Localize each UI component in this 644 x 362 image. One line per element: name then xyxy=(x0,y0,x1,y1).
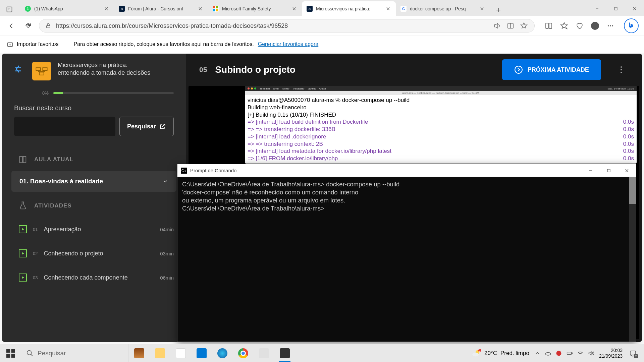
svg-point-21 xyxy=(621,69,622,70)
cmd-title-text: Prompt de Comando xyxy=(190,168,578,173)
minimize-button[interactable] xyxy=(588,1,606,16)
close-icon[interactable] xyxy=(479,6,485,12)
taskbar-app-mail[interactable] xyxy=(191,344,212,362)
menubar-clock: Sáb. 14 de ago. 16:16 xyxy=(607,87,634,90)
svg-point-20 xyxy=(621,66,622,68)
svg-rect-2 xyxy=(213,6,215,8)
taskbar-app-calculator[interactable] xyxy=(254,344,274,362)
cmd-icon xyxy=(280,348,290,358)
tab-google-search[interactable]: G docker compose up - Pesq xyxy=(396,1,490,16)
close-icon[interactable] xyxy=(385,6,391,12)
tab-title: (1) WhatsApp xyxy=(34,6,100,11)
activity-item[interactable]: 01 Apresentação 04min xyxy=(2,217,186,241)
bing-chat-icon[interactable] xyxy=(624,18,639,33)
course-progress: 8% xyxy=(2,86,186,104)
tab-title: Microsoft Family Safety xyxy=(222,6,288,11)
cmd-maximize-button[interactable] xyxy=(600,164,618,177)
more-menu-icon[interactable] xyxy=(614,62,629,77)
svg-rect-27 xyxy=(11,349,15,353)
chevron-up-icon[interactable] xyxy=(534,350,541,357)
app-icon xyxy=(134,348,144,358)
system-tray: 1 20°C Pred. limpo 20:03 21/09/2023 2 xyxy=(466,344,644,362)
tab-actions-icon[interactable] xyxy=(3,3,16,16)
security-icon[interactable] xyxy=(555,350,562,357)
collapse-sidebar-icon[interactable] xyxy=(11,62,25,76)
close-icon[interactable] xyxy=(103,6,109,12)
cmd-icon: C:\ xyxy=(181,168,187,174)
cmd-output[interactable]: C:\Users\dell\OneDrive\Área de Trabalho\… xyxy=(177,177,636,342)
course-sidebar: Microsserviços na prática: entendendo a … xyxy=(2,54,186,342)
search-button[interactable]: Pesquisar xyxy=(119,117,174,136)
import-favorites-label: Importar favoritos xyxy=(17,41,58,47)
activity-duration: 06min xyxy=(160,275,174,281)
activity-duration: 03min xyxy=(160,251,174,256)
cmd-close-button[interactable] xyxy=(618,164,636,177)
favorites-icon[interactable] xyxy=(559,21,569,31)
calculator-icon xyxy=(259,348,269,358)
terminal-timing: 0.0s xyxy=(623,118,634,126)
back-button[interactable] xyxy=(5,20,17,32)
close-button[interactable] xyxy=(625,1,644,16)
cmd-titlebar[interactable]: C:\ Prompt de Comando xyxy=(177,164,636,177)
wifi-icon[interactable] xyxy=(577,350,584,357)
collections-icon[interactable] xyxy=(575,21,584,31)
taskbar-search[interactable]: Pesquisar xyxy=(21,344,129,362)
profile-icon[interactable] xyxy=(590,21,600,31)
activity-item[interactable]: 03 Conhecendo cada componente 06min xyxy=(2,265,186,290)
course-thumbnail-icon xyxy=(32,62,51,80)
close-icon[interactable] xyxy=(291,6,297,12)
activity-item[interactable]: 02 Conhecendo o projeto 03min xyxy=(2,241,186,265)
tray-clock[interactable]: 20:03 21/09/2023 xyxy=(599,348,623,359)
svg-rect-4 xyxy=(213,9,215,11)
terminal-timing: 0.0s xyxy=(623,133,634,140)
flask-icon xyxy=(18,201,28,210)
tab-forum-alura[interactable]: a Fórum | Alura - Cursos onl xyxy=(114,1,208,16)
weather-widget[interactable]: 1 20°C Pred. limpo xyxy=(472,349,529,358)
next-activity-button[interactable]: PRÓXIMA ATIVIDADE xyxy=(502,59,601,80)
new-tab-button[interactable] xyxy=(492,4,504,16)
taskbar-app-chrome[interactable] xyxy=(233,344,254,362)
taskbar-app-reading[interactable] xyxy=(129,344,150,362)
taskbar-app-cmd[interactable] xyxy=(274,344,295,362)
import-favorites-button[interactable]: Importar favoritos xyxy=(7,41,66,48)
menubar-item: Janela xyxy=(308,87,316,90)
cmd-scroll-thumb[interactable] xyxy=(629,177,636,204)
battery-icon[interactable] xyxy=(566,350,573,357)
search-icon xyxy=(26,350,34,357)
search-button-label: Pesquisar xyxy=(127,123,156,130)
chevron-down-icon xyxy=(162,178,168,184)
more-icon[interactable] xyxy=(606,21,615,31)
svg-rect-5 xyxy=(216,9,218,11)
read-aloud-icon[interactable] xyxy=(493,21,501,30)
taskbar-app-explorer[interactable] xyxy=(150,344,170,362)
refresh-button[interactable] xyxy=(22,20,34,32)
manage-favorites-link[interactable]: Gerenciar favoritos agora xyxy=(258,41,319,47)
activity-title: Conhecendo o projeto xyxy=(44,250,154,257)
tab-strip: 1 (1) WhatsApp a Fórum | Alura - Cursos … xyxy=(0,0,644,16)
tab-ms-family[interactable]: Microsoft Family Safety xyxy=(208,1,302,16)
split-screen-icon[interactable] xyxy=(544,21,553,31)
close-icon[interactable] xyxy=(197,6,203,12)
onedrive-icon[interactable] xyxy=(545,350,551,357)
section-activities: ATIVIDADES xyxy=(2,192,186,217)
cmd-window: C:\ Prompt de Comando C:\Users\dell\OneD… xyxy=(177,164,636,342)
start-button[interactable] xyxy=(0,344,21,362)
svg-rect-3 xyxy=(216,6,218,8)
cmd-scrollbar[interactable] xyxy=(629,177,636,342)
tab-microsservicos[interactable]: a Microsserviços na prática: xyxy=(302,1,396,16)
current-lesson-item[interactable]: 01. Boas-vindas à realidade xyxy=(11,171,176,192)
taskbar-app-store[interactable] xyxy=(170,344,191,362)
cmd-minimize-button[interactable] xyxy=(582,164,600,177)
tab-whatsapp[interactable]: 1 (1) WhatsApp xyxy=(20,1,114,16)
taskbar-app-edge[interactable] xyxy=(212,344,233,362)
immersive-reader-icon[interactable] xyxy=(506,21,515,30)
favorite-star-icon[interactable] xyxy=(520,21,528,30)
course-search: Buscar neste curso Pesquisar xyxy=(2,104,186,145)
volume-icon[interactable] xyxy=(588,350,594,357)
notifications-button[interactable]: 2 xyxy=(627,348,639,359)
search-input[interactable] xyxy=(14,117,115,136)
url-bar[interactable]: https://cursos.alura.com.br/course/Micro… xyxy=(39,19,535,33)
maximize-button[interactable] xyxy=(606,1,625,16)
activity-duration: 04min xyxy=(160,227,174,232)
edge-icon xyxy=(217,348,227,358)
